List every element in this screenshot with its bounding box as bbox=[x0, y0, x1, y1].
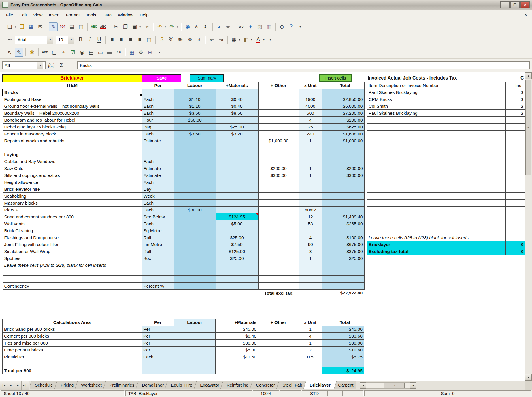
cell[interactable]: $675.00 bbox=[322, 241, 364, 248]
autospellcheck-icon[interactable]: ABC bbox=[99, 22, 107, 31]
cell[interactable]: 53 bbox=[299, 220, 322, 227]
label-field-icon[interactable]: ABC bbox=[41, 48, 49, 57]
align-center-icon[interactable]: ≡ bbox=[117, 35, 126, 44]
cell[interactable] bbox=[299, 158, 322, 165]
merge-cells-icon[interactable]: ◫ bbox=[145, 35, 153, 44]
input-line[interactable] bbox=[77, 61, 530, 69]
cell[interactable] bbox=[216, 360, 258, 367]
close-button[interactable]: ✕ bbox=[520, 1, 530, 8]
cell[interactable] bbox=[322, 360, 364, 367]
cell[interactable]: $45.00 bbox=[216, 326, 258, 333]
cell[interactable] bbox=[174, 353, 216, 360]
zoom-icon[interactable]: ⊕ bbox=[278, 22, 286, 31]
cell[interactable] bbox=[258, 367, 299, 374]
cell[interactable]: $5.00 bbox=[216, 220, 258, 227]
cell[interactable]: $5.75 bbox=[322, 353, 364, 360]
cell[interactable] bbox=[174, 234, 216, 241]
cell[interactable] bbox=[322, 269, 364, 276]
cell[interactable]: Each bbox=[142, 220, 174, 227]
menu-help[interactable]: Help bbox=[136, 11, 152, 19]
hyperlink-icon[interactable]: ◉ bbox=[183, 22, 192, 31]
cell[interactable]: $25.00 bbox=[216, 124, 258, 131]
control-wizards-icon[interactable]: ✱ bbox=[28, 48, 36, 57]
cell[interactable]: Contingency bbox=[3, 283, 142, 290]
cell[interactable]: Per bbox=[142, 340, 174, 347]
clone-formatting-icon[interactable]: ✑ bbox=[142, 22, 151, 31]
cell[interactable] bbox=[506, 227, 525, 234]
cell[interactable]: Hebel glue lays 25 blocks 25kg bbox=[3, 124, 142, 131]
background-color-icon[interactable]: ◧ bbox=[242, 35, 250, 44]
copy-icon[interactable]: ❐ bbox=[121, 22, 130, 31]
cell[interactable] bbox=[322, 158, 364, 165]
currency-icon[interactable]: $ bbox=[158, 35, 166, 44]
cell[interactable] bbox=[258, 200, 299, 207]
cell[interactable] bbox=[216, 283, 258, 290]
column-header[interactable]: Per bbox=[142, 82, 174, 89]
cell[interactable]: $50.00 bbox=[174, 117, 216, 124]
background-color-dropdown-icon[interactable]: ▾ bbox=[250, 35, 254, 44]
redo-icon[interactable]: ↷ bbox=[167, 22, 176, 31]
cell[interactable]: 1 bbox=[299, 165, 322, 172]
cell[interactable] bbox=[299, 283, 322, 290]
cell[interactable] bbox=[506, 200, 525, 207]
cell[interactable]: $3.20 bbox=[216, 131, 258, 137]
cell[interactable] bbox=[299, 151, 322, 158]
cell[interactable] bbox=[216, 207, 258, 213]
cell[interactable]: 1 bbox=[299, 172, 322, 179]
cell[interactable] bbox=[258, 347, 299, 353]
cell[interactable] bbox=[216, 151, 258, 158]
cell[interactable] bbox=[506, 234, 525, 241]
align-justified-icon[interactable]: ≡ bbox=[135, 35, 144, 44]
cell[interactable] bbox=[367, 131, 506, 137]
name-box[interactable]: ▾ bbox=[2, 61, 46, 69]
toolbar-options-icon[interactable]: ▾ bbox=[268, 36, 273, 44]
cell[interactable]: Sills and copings and extras bbox=[3, 172, 142, 179]
cell[interactable] bbox=[258, 262, 299, 269]
toolbar-handle[interactable] bbox=[2, 23, 3, 31]
cell[interactable] bbox=[258, 340, 299, 347]
cell[interactable] bbox=[367, 207, 506, 213]
cell[interactable] bbox=[506, 158, 525, 165]
cell[interactable]: $7,200.00 bbox=[322, 110, 364, 117]
paste-icon[interactable]: ▣ bbox=[130, 22, 139, 31]
cell[interactable]: Footings and Base bbox=[3, 96, 142, 103]
cell[interactable]: $300.00 bbox=[322, 172, 364, 179]
cell[interactable] bbox=[367, 158, 506, 165]
scroll-down-icon[interactable]: ▾ bbox=[525, 374, 532, 381]
column-header[interactable]: Calculations Area bbox=[3, 319, 142, 326]
cell[interactable] bbox=[258, 227, 299, 234]
cut-icon[interactable]: ✂ bbox=[112, 22, 120, 31]
cell[interactable] bbox=[216, 276, 258, 283]
navigator-icon[interactable]: ✦ bbox=[246, 22, 255, 31]
cell[interactable] bbox=[299, 360, 322, 367]
increase-indent-icon[interactable]: ⇥ bbox=[217, 35, 225, 44]
total-value[interactable]: $22,922.40 bbox=[322, 290, 364, 297]
font-color-icon[interactable]: A bbox=[254, 35, 263, 44]
cell[interactable] bbox=[258, 117, 299, 124]
cell[interactable]: $200.00 bbox=[322, 117, 364, 124]
cell[interactable] bbox=[506, 207, 525, 213]
cell[interactable]: 12 bbox=[299, 213, 322, 220]
horizontal-scroll-thumb[interactable]: ≡ bbox=[384, 383, 405, 388]
next-sheet-icon[interactable]: ▸ bbox=[14, 381, 22, 390]
cell[interactable] bbox=[258, 234, 299, 241]
cell[interactable]: Ground floor external walls – not bounda… bbox=[3, 103, 142, 110]
status-panel[interactable] bbox=[280, 390, 301, 396]
cell[interactable]: Estimate bbox=[142, 172, 174, 179]
email-icon[interactable]: ✉ bbox=[36, 22, 45, 31]
list-box-icon[interactable]: ▤ bbox=[87, 48, 95, 57]
summary-button[interactable]: Summary bbox=[190, 74, 224, 82]
cell[interactable]: Masonary blocks bbox=[3, 200, 142, 207]
cell[interactable] bbox=[216, 262, 258, 269]
bricklayer-header-cell[interactable]: Bricklayer bbox=[2, 74, 142, 82]
cell[interactable] bbox=[174, 262, 216, 269]
cell[interactable] bbox=[367, 151, 506, 158]
cell[interactable]: Leave these cells (A28 to G28) blank for… bbox=[3, 262, 142, 269]
cell[interactable] bbox=[258, 248, 299, 255]
cell[interactable] bbox=[299, 89, 322, 96]
cell[interactable]: $33.60 bbox=[322, 333, 364, 340]
cell[interactable] bbox=[299, 276, 322, 283]
cell[interactable]: $124.95 bbox=[322, 367, 364, 374]
cell[interactable] bbox=[506, 193, 525, 200]
cell[interactable] bbox=[258, 255, 299, 262]
